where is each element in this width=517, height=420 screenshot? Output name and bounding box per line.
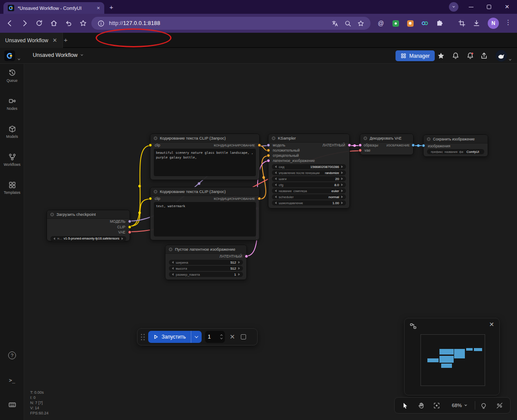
ckpt-name-widget[interactable]: н... v1-5-pruned-emaonly-fp16.safetensor… [50,236,126,241]
node-empty-latent[interactable]: Пустое латентное изображение ЛАТЕНТНЫЙ ш… [165,245,247,280]
profile-avatar[interactable]: N [488,18,499,29]
tab-close-icon[interactable]: × [97,5,100,11]
browser-menu-icon[interactable]: ⋮ [505,19,511,26]
steps-widget[interactable]: шаги 20 [272,176,346,181]
logo-chevron-icon[interactable] [18,54,20,62]
sidebar-item-workflows[interactable]: Workflows [0,153,24,167]
node-load-checkpoint[interactable]: Загрузить checkpoint МОДЕЛЬ CLIP VAE н..… [47,210,130,241]
reload-button[interactable] [35,19,43,27]
input-slot-positive[interactable] [267,149,270,152]
extensions-puzzle-icon[interactable] [435,19,444,28]
run-button[interactable]: Запустить [148,334,191,340]
home-button[interactable] [50,19,58,27]
undo-button[interactable] [65,19,72,27]
prompt-textarea[interactable]: beautiful scenery nature glass bottle la… [154,149,256,176]
extension-orange-icon[interactable] [406,19,414,28]
comfyui-logo[interactable] [4,50,15,61]
node-status-dot[interactable] [364,137,367,140]
node-status-dot[interactable] [272,137,275,140]
height-widget[interactable]: высота 512 [169,266,243,271]
browser-tab[interactable]: *Unsaved Workflow - ComfyUI × [3,2,104,14]
denoise-widget[interactable]: шумоподавление 1.00 [272,200,346,205]
prompt-textarea[interactable]: text, watermark [154,202,256,236]
output-slot-clip[interactable] [128,225,131,229]
output-slot-latent[interactable] [245,255,248,258]
input-slot-clip[interactable] [149,143,152,147]
window-maximize-button[interactable] [483,0,495,14]
graph-canvas[interactable]: Загрузить checkpoint МОДЕЛЬ CLIP VAE н..… [24,64,517,420]
output-slot-vae[interactable] [128,230,131,234]
node-header[interactable]: Кодирование текста CLIP (Запрос) [150,187,259,196]
clear-queue-button[interactable]: ✕ [228,333,236,341]
extension-lens-icon[interactable] [420,19,429,28]
control-after-generate-widget[interactable]: управление после генерации randomize [272,170,346,175]
select-tool-button[interactable] [398,399,412,412]
workflow-title-menu[interactable]: Unsaved Workflow [33,52,83,58]
share-button[interactable] [480,52,488,60]
shortcuts-button[interactable] [0,401,24,409]
new-tab-button[interactable]: + [109,3,113,11]
address-bar[interactable]: http://127.0.0.1:8188 [91,17,371,30]
input-slot-samples[interactable] [358,143,362,147]
workflow-tab[interactable]: Unsaved Workflow ✕ [0,33,63,48]
translate-icon[interactable] [331,20,339,27]
pan-tool-button[interactable] [414,399,428,412]
bell-icon[interactable] [452,52,460,60]
extension-at-icon[interactable]: @ [377,19,385,28]
minimap-close-button[interactable]: ✕ [489,321,494,328]
extension-green-icon[interactable] [391,19,400,28]
input-slot-images[interactable] [422,144,425,147]
bookmark-page-star-icon[interactable] [357,20,364,27]
star-button[interactable] [437,52,445,60]
output-slot-image[interactable] [411,143,415,147]
node-clip-encode-positive[interactable]: Кодирование текста CLIP (Запрос) clip КО… [150,134,260,180]
node-header[interactable]: Пустое латентное изображение [165,245,246,254]
bookmark-star-icon[interactable] [79,19,87,27]
node-header[interactable]: KSampler [268,134,349,143]
toggle-theme-button[interactable] [477,399,491,412]
input-slot-latent-image[interactable] [267,159,270,162]
batch-count-stepper[interactable] [221,335,222,339]
node-header[interactable]: Загрузить checkpoint [47,210,130,219]
sidebar-item-templates[interactable]: Templates [0,181,24,195]
toggle-links-button[interactable] [492,399,507,412]
sidebar-item-nodes[interactable]: Nodes [0,97,24,111]
url-text[interactable]: http://127.0.0.1:8188 [109,20,160,26]
minimap-viewport[interactable] [420,334,485,386]
sidebar-item-queue[interactable]: Queue [0,69,24,83]
input-slot-negative[interactable] [267,154,270,157]
node-header[interactable]: Сохранить изображение [424,135,488,143]
node-header[interactable]: Кодирование текста CLIP (Запрос) [150,134,259,143]
node-status-dot[interactable] [154,137,157,140]
sidebar-item-models[interactable]: Models [0,125,24,139]
user-avatar[interactable] [495,50,507,62]
minimap-panel[interactable]: ✕ [404,318,500,395]
node-status-dot[interactable] [169,248,172,251]
bell-alert-icon[interactable] [466,52,474,60]
download-icon[interactable] [472,19,481,28]
terminal-button[interactable]: >_ [0,377,24,383]
zoom-search-icon[interactable] [344,20,352,27]
crop-icon[interactable] [458,19,466,28]
workflow-new-tab-button[interactable]: + [64,36,68,44]
forward-button[interactable] [21,19,28,27]
output-slot-conditioning[interactable] [258,143,261,147]
tab-search-button[interactable] [448,0,459,14]
window-close-button[interactable]: × [501,0,514,14]
drag-handle[interactable] [141,334,145,340]
zoom-level-button[interactable]: 68% [445,399,473,412]
workflow-tab-close-icon[interactable]: ✕ [53,37,57,44]
fit-view-button[interactable] [430,399,444,412]
output-slot-conditioning[interactable] [258,197,261,200]
node-status-dot[interactable] [427,137,430,141]
back-button[interactable] [6,19,14,27]
node-header[interactable]: Декодировать VAE [360,134,413,143]
scheduler-widget[interactable]: scheduler normal [272,194,346,199]
node-vae-decode[interactable]: Декодировать VAE образцы ИЗОБРАЖЕНИЕ vae [360,134,414,155]
node-save-image[interactable]: Сохранить изображение изображения префик… [423,134,488,157]
node-status-dot[interactable] [50,213,54,216]
batch-count-input[interactable]: 1 [205,331,225,343]
avatar-chevron-icon[interactable] [509,55,511,62]
input-slot-vae[interactable] [358,149,362,152]
filename-prefix-widget[interactable]: префикс_названия_фа ComfyUI [427,149,484,154]
